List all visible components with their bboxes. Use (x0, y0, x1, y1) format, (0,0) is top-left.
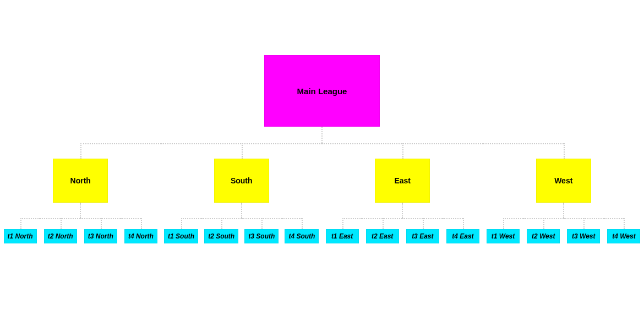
team-node: t4 West (607, 229, 640, 243)
connector (241, 203, 242, 218)
team-label: t3 South (248, 232, 275, 240)
team-col: t3 West (564, 218, 604, 243)
team-label: t3 North (88, 232, 113, 240)
team-label: t1 East (331, 232, 353, 240)
team-node: t3 West (567, 229, 600, 243)
division-node: West (536, 159, 591, 203)
team-label: t2 West (532, 232, 555, 240)
team-label: t1 South (168, 232, 194, 240)
division-label: East (394, 176, 411, 185)
team-col: t1 East (322, 218, 362, 243)
org-tree: Main League North t1 North t2 North t3 N… (0, 0, 644, 243)
team-label: t4 West (612, 232, 635, 240)
team-label: t2 North (48, 232, 73, 240)
connector (402, 203, 403, 218)
root-label: Main League (297, 86, 347, 96)
team-node: t2 West (527, 229, 560, 243)
teams-row: t1 South t2 South t3 South t4 South (161, 218, 323, 243)
team-node: t3 North (84, 229, 117, 243)
team-node: t3 South (244, 229, 279, 243)
team-col: t1 South (161, 218, 201, 243)
team-col: t3 East (402, 218, 443, 243)
root-node: Main League (264, 55, 380, 127)
team-node: t2 North (44, 229, 77, 243)
division-label: North (70, 176, 91, 185)
team-col: t1 West (483, 218, 523, 243)
team-label: t3 East (412, 232, 433, 240)
team-node: t1 South (164, 229, 198, 243)
division-west: West t1 West t2 West t3 West t4 West (483, 143, 645, 243)
team-col: t1 North (0, 218, 40, 243)
team-node: t4 East (446, 229, 479, 243)
divisions-row: North t1 North t2 North t3 North t4 Nort… (0, 143, 644, 243)
division-label: South (231, 176, 253, 185)
division-east: East t1 East t2 East t3 East t4 East (322, 143, 483, 243)
team-label: t4 East (452, 232, 473, 240)
teams-row: t1 West t2 West t3 West t4 West (483, 218, 645, 243)
team-node: t2 South (204, 229, 238, 243)
team-label: t2 South (208, 232, 234, 240)
connector (80, 203, 81, 218)
team-col: t2 North (40, 218, 80, 243)
team-node: t2 East (366, 229, 399, 243)
division-north: North t1 North t2 North t3 North t4 Nort… (0, 143, 161, 243)
teams-row: t1 East t2 East t3 East t4 East (322, 218, 483, 243)
teams-row: t1 North t2 North t3 North t4 North (0, 218, 161, 243)
team-label: t1 North (8, 232, 33, 240)
team-label: t1 West (492, 232, 515, 240)
team-col: t3 North (80, 218, 121, 243)
team-col: t2 East (362, 218, 402, 243)
team-node: t1 North (4, 229, 37, 243)
connector (321, 127, 323, 143)
team-node: t4 South (285, 229, 319, 243)
division-node: South (214, 159, 269, 203)
team-node: t4 North (124, 229, 157, 243)
team-col: t3 South (242, 218, 282, 243)
division-node: East (375, 159, 430, 203)
team-col: t4 South (282, 218, 322, 243)
team-col: t4 North (121, 218, 161, 243)
team-col: t4 East (443, 218, 483, 243)
team-node: t1 West (487, 229, 520, 243)
division-label: West (554, 176, 572, 185)
team-node: t1 East (326, 229, 359, 243)
division-node: North (53, 159, 108, 203)
connector (563, 203, 564, 218)
team-col: t2 West (523, 218, 564, 243)
team-label: t3 West (572, 232, 595, 240)
team-label: t4 North (128, 232, 154, 240)
team-label: t4 South (288, 232, 315, 240)
division-south: South t1 South t2 South t3 South t4 Sout… (161, 143, 323, 243)
team-label: t2 East (372, 232, 393, 240)
team-col: t4 West (604, 218, 644, 243)
team-col: t2 South (201, 218, 242, 243)
team-node: t3 East (406, 229, 439, 243)
